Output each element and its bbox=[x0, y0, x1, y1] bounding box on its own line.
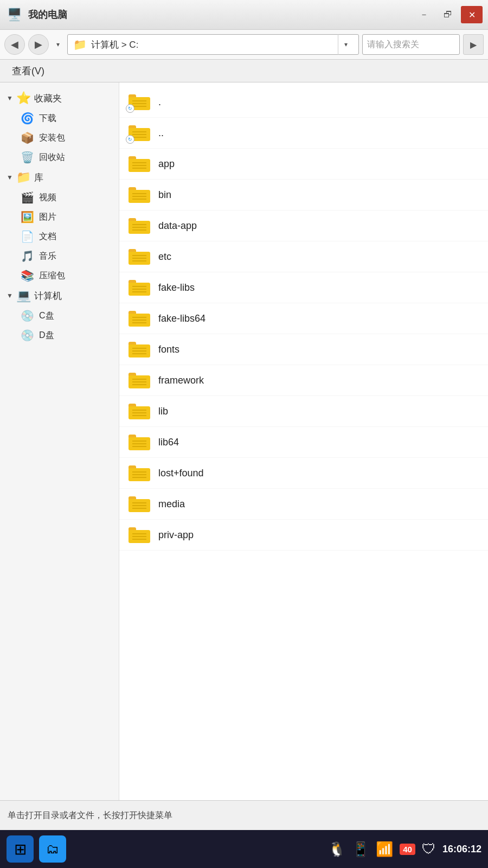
sidebar-item-archive[interactable]: 📚 压缩包 bbox=[0, 266, 119, 285]
download-label: 下载 bbox=[39, 113, 56, 124]
folder-icon-1: ↻ bbox=[128, 123, 151, 143]
folder-icon-3 bbox=[128, 185, 151, 205]
picture-icon: 🖼️ bbox=[20, 210, 35, 224]
taskbar-time: 16:06:12 bbox=[442, 844, 481, 855]
folder-icon-0: ↻ bbox=[128, 92, 151, 112]
sidebar-section-computer[interactable]: ▼ 💻 计算机 bbox=[0, 285, 119, 306]
installer-icon: 📦 bbox=[20, 131, 35, 144]
file-name: framework bbox=[158, 375, 204, 386]
sidebar-item-recycle[interactable]: 🗑️ 回收站 bbox=[0, 148, 119, 167]
video-icon: 🎬 bbox=[20, 191, 35, 204]
computer-label: 计算机 bbox=[34, 290, 62, 302]
favorites-arrow: ▼ bbox=[7, 94, 13, 102]
view-menu[interactable]: 查看(V) bbox=[8, 62, 49, 80]
nav-dropdown[interactable]: ▾ bbox=[52, 34, 64, 55]
file-name: media bbox=[158, 499, 185, 510]
file-item--[interactable]: ↻. bbox=[119, 87, 488, 118]
library-arrow: ▼ bbox=[7, 174, 13, 181]
address-text: 计算机 > C: bbox=[91, 39, 333, 51]
ddrive-label: D盘 bbox=[39, 330, 54, 341]
folder-icon-13 bbox=[128, 494, 151, 514]
address-dropdown-btn[interactable]: ▾ bbox=[338, 34, 353, 55]
file-item-fake-libs[interactable]: fake-libs bbox=[119, 272, 488, 303]
sidebar-item-download[interactable]: 🌀 下载 bbox=[0, 108, 119, 128]
sidebar-section-library[interactable]: ▼ 📁 库 bbox=[0, 167, 119, 188]
music-icon: 🎵 bbox=[20, 250, 35, 263]
file-item-fonts[interactable]: fonts bbox=[119, 334, 488, 365]
sidebar-item-music[interactable]: 🎵 音乐 bbox=[0, 246, 119, 266]
sidebar-section-favorites[interactable]: ▼ ⭐ 收藏夹 bbox=[0, 88, 119, 108]
start-button[interactable]: ⊞ bbox=[7, 835, 34, 863]
folder-icon-4 bbox=[128, 216, 151, 235]
file-item-bin[interactable]: bin bbox=[119, 180, 488, 210]
taskbar-left: ⊞ 🗂 bbox=[7, 835, 66, 863]
folder-icon-5 bbox=[128, 247, 151, 266]
file-name: lib bbox=[158, 406, 168, 417]
file-item-app[interactable]: app bbox=[119, 149, 488, 180]
video-label: 视频 bbox=[39, 192, 56, 203]
back-button[interactable]: ◀ bbox=[4, 34, 25, 55]
file-item-media[interactable]: media bbox=[119, 489, 488, 520]
folder-icon-12 bbox=[128, 463, 151, 483]
library-icon: 📁 bbox=[16, 170, 31, 184]
main-content: ▼ ⭐ 收藏夹 🌀 下载 📦 安装包 🗑️ 回收站 ▼ 📁 库 🎬 视频 🖼️ bbox=[0, 82, 488, 800]
file-name: app bbox=[158, 158, 175, 170]
file-item-lib[interactable]: lib bbox=[119, 396, 488, 427]
sync-icon: ↻ bbox=[126, 135, 134, 144]
minimize-button[interactable]: － bbox=[413, 6, 435, 23]
wifi-icon: 📶 bbox=[376, 841, 393, 858]
library-label: 库 bbox=[34, 171, 43, 184]
taskbar: ⊞ 🗂 🐧 📱 📶 40 🛡 16:06:12 bbox=[0, 830, 488, 868]
search-field[interactable]: 请输入搜索关 bbox=[362, 34, 460, 55]
file-item-data-app[interactable]: data-app bbox=[119, 210, 488, 241]
sidebar-item-cdrive[interactable]: 💿 C盘 bbox=[0, 306, 119, 326]
sidebar-item-picture[interactable]: 🖼️ 图片 bbox=[0, 207, 119, 227]
file-name: lib64 bbox=[158, 437, 179, 448]
title-buttons: － 🗗 ✕ bbox=[413, 6, 483, 23]
window-title: 我的电脑 bbox=[28, 8, 67, 21]
document-label: 文档 bbox=[39, 231, 56, 242]
sync-icon: ↻ bbox=[126, 104, 134, 113]
file-name: fonts bbox=[158, 344, 179, 355]
file-item-etc[interactable]: etc bbox=[119, 241, 488, 272]
file-item-lost-found[interactable]: lost+found bbox=[119, 458, 488, 489]
folder-icon-10 bbox=[128, 401, 151, 421]
sidebar: ▼ ⭐ 收藏夹 🌀 下载 📦 安装包 🗑️ 回收站 ▼ 📁 库 🎬 视频 🖼️ bbox=[0, 82, 119, 800]
title-bar: 🖥️ 我的电脑 － 🗗 ✕ bbox=[0, 0, 488, 30]
favorites-label: 收藏夹 bbox=[34, 92, 62, 105]
restore-button[interactable]: 🗗 bbox=[437, 6, 459, 23]
recycle-label: 回收站 bbox=[39, 152, 65, 163]
sidebar-item-installer[interactable]: 📦 安装包 bbox=[0, 128, 119, 148]
menu-bar: 查看(V) bbox=[0, 60, 488, 82]
cdrive-label: C盘 bbox=[39, 310, 54, 322]
forward-button[interactable]: ▶ bbox=[28, 34, 49, 55]
file-item-framework[interactable]: framework bbox=[119, 365, 488, 396]
explorer-button[interactable]: 🗂 bbox=[39, 835, 66, 863]
folder-icon-9 bbox=[128, 371, 151, 390]
search-button[interactable]: ▶ bbox=[463, 34, 484, 55]
title-left: 🖥️ 我的电脑 bbox=[5, 6, 67, 23]
favorites-icon: ⭐ bbox=[16, 91, 31, 105]
file-item-lib64[interactable]: lib64 bbox=[119, 427, 488, 458]
address-field[interactable]: 📁 计算机 > C: ▾ bbox=[67, 34, 359, 55]
taskbar-right: 🐧 📱 📶 40 🛡 16:06:12 bbox=[328, 841, 481, 858]
file-name: fake-libs64 bbox=[158, 313, 206, 324]
sidebar-item-video[interactable]: 🎬 视频 bbox=[0, 188, 119, 207]
file-name: .. bbox=[158, 127, 164, 139]
file-name: priv-app bbox=[158, 529, 194, 541]
sidebar-item-ddrive[interactable]: 💿 D盘 bbox=[0, 326, 119, 345]
archive-label: 压缩包 bbox=[39, 270, 65, 282]
sidebar-item-document[interactable]: 📄 文档 bbox=[0, 227, 119, 246]
file-name: fake-libs bbox=[158, 282, 195, 293]
file-item---[interactable]: ↻.. bbox=[119, 118, 488, 149]
file-item-fake-libs64[interactable]: fake-libs64 bbox=[119, 303, 488, 334]
close-button[interactable]: ✕ bbox=[461, 6, 483, 23]
file-name: bin bbox=[158, 189, 171, 201]
music-label: 音乐 bbox=[39, 251, 56, 262]
download-icon: 🌀 bbox=[20, 112, 35, 125]
status-text: 单击打开目录或者文件，长按打开快捷菜单 bbox=[8, 810, 172, 821]
folder-icon-8 bbox=[128, 340, 151, 359]
file-item-priv-app[interactable]: priv-app bbox=[119, 520, 488, 551]
folder-icon-2 bbox=[128, 154, 151, 174]
installer-label: 安装包 bbox=[39, 132, 65, 144]
